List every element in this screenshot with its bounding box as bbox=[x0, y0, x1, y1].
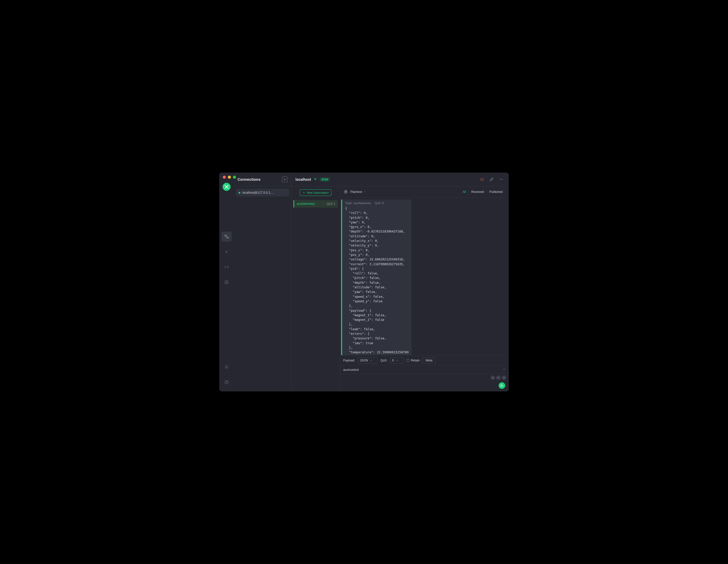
filter-received[interactable]: Received bbox=[469, 189, 486, 195]
publish-body-input[interactable] bbox=[340, 374, 509, 391]
more-button[interactable] bbox=[498, 176, 505, 183]
svg-point-6 bbox=[501, 179, 501, 180]
help-icon[interactable]: ? bbox=[344, 190, 348, 194]
subscription-qos: QoS 2 bbox=[327, 202, 335, 206]
nav-help[interactable] bbox=[221, 377, 232, 387]
nav-log[interactable] bbox=[221, 277, 232, 287]
connection-header: localhost 8704 bbox=[291, 173, 509, 186]
minimize-window-button[interactable] bbox=[228, 176, 231, 179]
format-select[interactable]: Plaintext bbox=[350, 190, 366, 194]
message-payload: { "roll": 0, "pitch": 0, "yaw": 0, "gyro… bbox=[345, 206, 408, 355]
app-window: Connections localhost@127.0.0.1:… localh… bbox=[219, 173, 509, 391]
connection-name: localhost bbox=[295, 178, 311, 182]
close-window-button[interactable] bbox=[223, 176, 226, 179]
svg-rect-0 bbox=[225, 235, 226, 236]
send-button[interactable] bbox=[499, 382, 505, 389]
publish-topic-input[interactable] bbox=[343, 368, 503, 371]
chevron-down-icon bbox=[363, 190, 366, 194]
svg-point-5 bbox=[500, 179, 500, 180]
chevron-down-icon[interactable] bbox=[503, 368, 506, 371]
chevron-down-icon[interactable] bbox=[313, 177, 317, 182]
subscriptions-panel: New Subscription auv/telemetry QoS 2 bbox=[291, 186, 340, 391]
svg-point-3 bbox=[226, 366, 227, 368]
main-panel: localhost 8704 bbox=[291, 173, 509, 391]
status-dot-icon bbox=[239, 192, 240, 194]
nav-connections[interactable] bbox=[221, 232, 232, 242]
filter-published[interactable]: Published bbox=[487, 189, 505, 195]
subscription-topic: auv/telemetry bbox=[297, 202, 315, 206]
nav-scripts[interactable] bbox=[221, 262, 232, 272]
window-controls bbox=[223, 176, 236, 179]
messages-list[interactable]: Topic: auv/telemetry QoS: 0 { "roll": 0,… bbox=[340, 198, 509, 355]
svg-rect-1 bbox=[227, 237, 228, 238]
new-subscription-button[interactable]: New Subscription bbox=[300, 189, 331, 196]
retain-toggle[interactable]: Retain bbox=[406, 359, 420, 362]
message-qos: QoS: 0 bbox=[375, 202, 384, 205]
history-next-button[interactable] bbox=[502, 375, 506, 380]
history-clear-button[interactable] bbox=[496, 375, 501, 380]
connection-badge: 8704 bbox=[320, 178, 330, 182]
edit-button[interactable] bbox=[488, 176, 495, 183]
message-topic: Topic: auv/telemetry bbox=[345, 202, 371, 205]
meta-button[interactable]: Meta bbox=[422, 357, 436, 363]
connection-item[interactable]: localhost@127.0.0.1:… bbox=[236, 189, 289, 197]
new-subscription-label: New Subscription bbox=[307, 191, 329, 194]
history-prev-button[interactable] bbox=[490, 375, 495, 380]
publisher-panel: Payload: JSON QoS: 0 bbox=[340, 355, 509, 391]
connection-label: localhost@127.0.0.1:… bbox=[242, 191, 274, 195]
messages-panel: ? Plaintext All Received bbox=[340, 186, 509, 391]
connections-panel: Connections localhost@127.0.0.1:… bbox=[234, 173, 291, 391]
app-logo bbox=[223, 183, 231, 191]
nav-new[interactable] bbox=[221, 247, 232, 257]
message-item: Topic: auv/telemetry QoS: 0 { "roll": 0,… bbox=[341, 200, 412, 355]
disconnect-button[interactable] bbox=[478, 176, 485, 183]
radio-icon bbox=[406, 359, 409, 362]
svg-point-7 bbox=[502, 179, 503, 180]
nav-rail bbox=[219, 173, 234, 391]
add-connection-button[interactable] bbox=[282, 177, 288, 182]
filter-all[interactable]: All bbox=[460, 189, 468, 195]
qos-select[interactable]: 0 bbox=[390, 357, 404, 363]
nav-settings[interactable] bbox=[221, 362, 232, 372]
messages-toolbar: ? Plaintext All Received bbox=[340, 186, 509, 198]
qos-label: QoS: bbox=[381, 359, 387, 362]
connections-title: Connections bbox=[238, 177, 261, 182]
payload-format-select[interactable]: JSON bbox=[358, 357, 378, 363]
message-filter-tabs: All Received Published bbox=[460, 189, 505, 195]
subscription-item[interactable]: auv/telemetry QoS 2 bbox=[293, 200, 338, 208]
maximize-window-button[interactable] bbox=[233, 176, 236, 179]
payload-label: Payload: bbox=[343, 359, 355, 362]
